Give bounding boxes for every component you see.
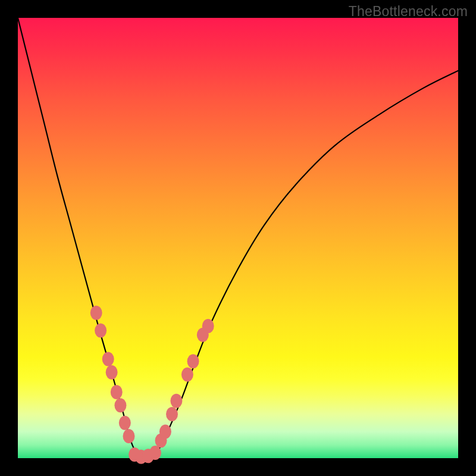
data-marker [181,367,193,381]
data-marker [95,323,107,337]
data-marker [90,306,102,320]
data-marker [119,416,131,430]
curve-layer [18,18,458,458]
data-marker [114,398,126,412]
watermark-text: TheBottleneck.com [349,4,468,20]
data-marker [102,352,114,367]
bottleneck-curve [18,18,458,459]
data-marker [123,429,134,443]
data-marker [159,425,171,439]
data-marker [166,407,178,421]
data-marker [170,394,182,408]
curve-path [18,18,458,459]
markers-left-branch [90,306,135,443]
data-marker [111,385,123,399]
data-marker [187,354,199,368]
chart-frame: TheBottleneck.com [0,0,476,476]
data-marker [202,319,214,333]
markers-right-branch [155,319,214,447]
data-marker [149,446,161,460]
data-marker [106,365,118,380]
markers-bottom [129,446,161,464]
